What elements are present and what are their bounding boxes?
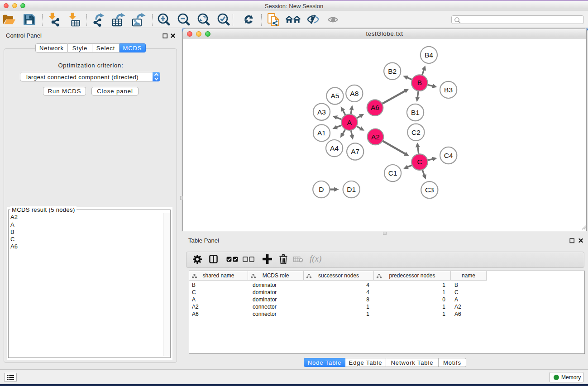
svg-text:A4: A4 xyxy=(330,144,339,152)
svg-text:C4: C4 xyxy=(444,152,453,159)
svg-text:D: D xyxy=(319,186,324,193)
svg-text:B: B xyxy=(417,79,422,86)
svg-text:D1: D1 xyxy=(347,186,356,193)
svg-text:A2: A2 xyxy=(371,133,380,141)
svg-text:C3: C3 xyxy=(425,186,434,194)
svg-text:A8: A8 xyxy=(350,90,359,97)
svg-text:B3: B3 xyxy=(444,86,453,94)
svg-text:C2: C2 xyxy=(411,129,421,136)
svg-text:A7: A7 xyxy=(351,148,359,155)
svg-text:B1: B1 xyxy=(411,109,420,116)
svg-text:C1: C1 xyxy=(388,169,397,177)
svg-text:A1: A1 xyxy=(317,129,326,137)
svg-text:B2: B2 xyxy=(388,67,397,75)
svg-text:A: A xyxy=(347,119,352,126)
svg-text:B4: B4 xyxy=(425,51,433,59)
svg-text:C: C xyxy=(417,158,422,166)
svg-text:A5: A5 xyxy=(330,92,339,100)
svg-text:A3: A3 xyxy=(317,108,326,116)
svg-text:A6: A6 xyxy=(371,104,379,111)
